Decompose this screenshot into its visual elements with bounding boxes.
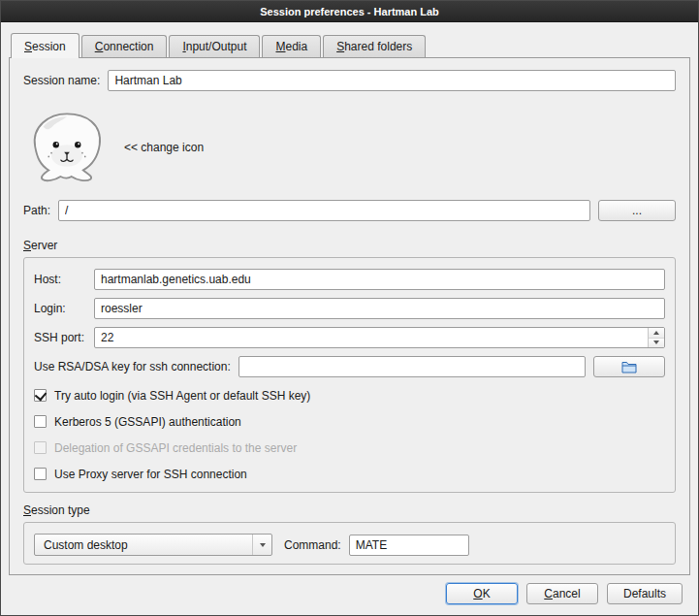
tab-shared-folders[interactable]: Shared folders	[323, 35, 426, 57]
change-icon-label[interactable]: << change icon	[124, 141, 204, 154]
session-name-label: Session name:	[23, 74, 100, 87]
ok-button[interactable]: OK	[446, 583, 518, 604]
spin-up-button[interactable]	[649, 328, 664, 339]
window-title: Session preferences - Hartman Lab	[260, 6, 439, 17]
ssh-port-row: SSH port:	[34, 327, 665, 348]
proxy-checkbox-row[interactable]: Use Proxy server for SSH connection	[34, 464, 665, 484]
tab-bar: Session Connection Input/Output Media Sh…	[9, 33, 690, 57]
window-titlebar[interactable]: Session preferences - Hartman Lab	[1, 1, 698, 22]
session-type-dropdown[interactable]: Custom desktop	[34, 534, 272, 556]
session-type-row: Custom desktop Command:	[34, 534, 665, 556]
login-input[interactable]	[94, 298, 665, 319]
path-row: Path: ...	[23, 200, 676, 221]
server-group-label: Server	[23, 239, 676, 252]
dialog-body: Session Connection Input/Output Media Sh…	[1, 33, 698, 604]
session-tab-pane: Session name: << change icon	[9, 57, 690, 575]
ssh-port-spin-buttons	[648, 328, 664, 347]
login-label: Login:	[34, 302, 94, 315]
ssh-port-spinbox	[94, 327, 665, 348]
rsa-key-input[interactable]	[238, 356, 586, 377]
ssh-port-label: SSH port:	[34, 331, 94, 344]
gssapi-delegation-checkbox	[34, 441, 47, 454]
auto-login-label: Try auto login (via SSH Agent or default…	[54, 389, 310, 403]
folder-icon	[621, 361, 637, 373]
host-input[interactable]	[94, 269, 665, 290]
tab-session[interactable]: Session	[11, 33, 79, 58]
gssapi-delegation-checkbox-row: Delegation of GSSAPI credentials to the …	[34, 438, 665, 458]
path-label: Path:	[23, 204, 50, 217]
path-input[interactable]	[58, 200, 590, 221]
chevron-down-icon	[260, 543, 266, 547]
spin-down-button[interactable]	[649, 339, 664, 348]
dropdown-arrow-zone	[252, 535, 271, 555]
session-preferences-window: { "window": { "title": "Session preferen…	[0, 0, 699, 616]
kerberos-checkbox-row[interactable]: Kerberos 5 (GSSAPI) authentication	[34, 411, 665, 432]
seal-session-icon[interactable]	[23, 108, 111, 187]
session-type-group-label: Session type	[23, 503, 676, 517]
session-name-row: Session name:	[23, 70, 676, 91]
rsa-key-browse-button[interactable]	[593, 356, 665, 377]
cancel-button[interactable]: Cancel	[526, 583, 598, 604]
kerberos-label: Kerberos 5 (GSSAPI) authentication	[54, 415, 241, 429]
rsa-key-row: Use RSA/DSA key for ssh connection:	[34, 356, 665, 377]
server-groupbox: Host: Login: SSH port: Use RSA/DSA k	[23, 257, 676, 493]
host-row: Host:	[34, 269, 665, 290]
auto-login-checkbox-row[interactable]: Try auto login (via SSH Agent or default…	[34, 385, 665, 405]
ssh-port-input[interactable]	[94, 327, 665, 348]
proxy-checkbox[interactable]	[34, 468, 47, 480]
command-label: Command:	[284, 538, 341, 552]
host-label: Host:	[34, 273, 94, 286]
session-type-selected: Custom desktop	[44, 538, 128, 552]
path-browse-button[interactable]: ...	[598, 200, 676, 221]
tab-media[interactable]: Media	[262, 35, 321, 57]
session-icon-row: << change icon	[23, 103, 676, 192]
arrow-up-icon	[653, 331, 659, 335]
defaults-button[interactable]: Defaults	[607, 583, 683, 604]
tab-connection[interactable]: Connection	[81, 35, 168, 57]
session-name-input[interactable]	[108, 70, 676, 91]
session-type-groupbox: Custom desktop Command:	[23, 522, 676, 565]
rsa-key-label: Use RSA/DSA key for ssh connection:	[34, 360, 231, 373]
gssapi-delegation-label: Delegation of GSSAPI credentials to the …	[54, 441, 297, 455]
tab-input-output[interactable]: Input/Output	[169, 35, 260, 57]
arrow-down-icon	[653, 340, 659, 344]
kerberos-checkbox[interactable]	[34, 415, 47, 428]
proxy-label: Use Proxy server for SSH connection	[54, 468, 247, 481]
auto-login-checkbox[interactable]	[34, 389, 47, 402]
command-input[interactable]	[349, 535, 469, 556]
dialog-footer: OK Cancel Defaults	[9, 575, 690, 604]
login-row: Login:	[34, 298, 665, 319]
